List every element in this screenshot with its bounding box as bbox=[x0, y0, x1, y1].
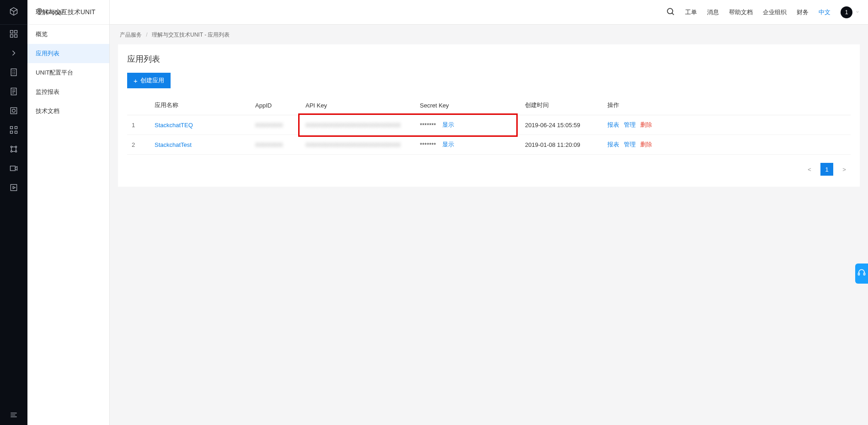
col-created: 创建时间 bbox=[520, 96, 603, 115]
logo[interactable] bbox=[0, 0, 27, 25]
user-menu[interactable]: 1 bbox=[841, 6, 860, 18]
rail-menu-bottom[interactable] bbox=[0, 406, 27, 425]
cube-logo-icon bbox=[9, 7, 18, 17]
rail-network[interactable] bbox=[0, 140, 27, 159]
sidebar-item-label: 概览 bbox=[36, 30, 48, 38]
topbar-link-docs[interactable]: 帮助文档 bbox=[729, 8, 753, 16]
grid-icon bbox=[9, 29, 18, 40]
network-icon bbox=[9, 145, 18, 155]
location-icon bbox=[36, 8, 43, 16]
created-at: 2019-06-24 15:05:59 bbox=[520, 115, 603, 135]
breadcrumb-sep: / bbox=[146, 32, 147, 38]
topbar-link-messages[interactable]: 消息 bbox=[707, 8, 719, 16]
right-pane: Global 工单 消息 帮助文档 企业组织 财务 中文 1 产品服务 / 理解… bbox=[110, 0, 868, 425]
breadcrumb-root[interactable]: 产品服务 bbox=[120, 32, 142, 38]
secret-mask: ******* bbox=[420, 122, 436, 129]
svg-point-7 bbox=[12, 109, 16, 112]
sidebar-item-tech-docs[interactable]: 技术文档 bbox=[27, 102, 109, 121]
app-table: 应用名称 AppID API Key Secret Key 创建时间 操作 1S… bbox=[127, 96, 851, 155]
play-icon bbox=[9, 183, 18, 194]
svg-rect-6 bbox=[11, 108, 16, 113]
action-manage[interactable]: 管理 bbox=[624, 121, 636, 128]
action-manage[interactable]: 管理 bbox=[624, 141, 636, 148]
content-area: 产品服务 / 理解与交互技术UNIT - 应用列表 应用列表 + 创建应用 应用… bbox=[110, 25, 868, 425]
pagination: < 1 > bbox=[127, 163, 851, 176]
region-label: Global bbox=[46, 9, 63, 16]
show-secret-button[interactable]: 显示 bbox=[442, 121, 454, 129]
document-icon bbox=[9, 87, 18, 97]
svg-point-13 bbox=[15, 146, 16, 147]
action-delete[interactable]: 删除 bbox=[640, 141, 652, 148]
rail-collapse[interactable] bbox=[0, 44, 27, 63]
rail-circle[interactable] bbox=[0, 102, 27, 121]
topbar-link-org[interactable]: 企业组织 bbox=[763, 8, 787, 16]
table-row: 1StackchatTEQXXXXXXXXXXXXXXXXXXXXXXXXXXX… bbox=[127, 115, 851, 135]
apps-icon bbox=[9, 125, 18, 136]
rail-apps[interactable] bbox=[0, 121, 27, 140]
sidebar-item-label: UNIT配置平台 bbox=[36, 69, 73, 77]
appid-value: XXXXXXX bbox=[255, 122, 283, 129]
col-apikey: API Key bbox=[301, 96, 415, 115]
rail-doc[interactable] bbox=[0, 82, 27, 102]
menu-icon bbox=[9, 410, 18, 421]
create-app-button[interactable]: + 创建应用 bbox=[127, 73, 171, 88]
apikey-value: XXXXXXXXXXXXXXXXXXXXXXXX bbox=[305, 122, 401, 129]
video-icon bbox=[9, 164, 18, 174]
help-float-button[interactable] bbox=[855, 264, 868, 284]
rail-play[interactable] bbox=[0, 178, 27, 198]
svg-point-14 bbox=[11, 151, 12, 152]
building-icon bbox=[9, 68, 18, 78]
svg-rect-0 bbox=[11, 30, 13, 33]
action-report[interactable]: 报表 bbox=[607, 141, 619, 148]
app-list-panel: 应用列表 + 创建应用 应用名称 AppID API Key Secret Ke… bbox=[118, 44, 860, 187]
panel-title: 应用列表 bbox=[127, 54, 851, 65]
page-next[interactable]: > bbox=[838, 163, 851, 176]
secret-mask: ******* bbox=[420, 141, 436, 148]
show-secret-button[interactable]: 显示 bbox=[442, 140, 454, 149]
row-index: 2 bbox=[127, 135, 150, 155]
sidebar-item-overview[interactable]: 概览 bbox=[27, 25, 109, 44]
row-index: 1 bbox=[127, 115, 150, 135]
svg-point-15 bbox=[15, 151, 16, 152]
action-delete[interactable]: 删除 bbox=[640, 121, 652, 128]
created-at: 2019-01-08 11:20:09 bbox=[520, 135, 603, 155]
app-name-link[interactable]: StackchatTest bbox=[155, 141, 192, 148]
rail-dashboard[interactable] bbox=[0, 25, 27, 44]
topbar-link-language[interactable]: 中文 bbox=[819, 8, 830, 16]
sidebar-item-unit-config[interactable]: UNIT配置平台 bbox=[27, 63, 109, 82]
svg-rect-11 bbox=[15, 131, 17, 133]
svg-rect-16 bbox=[11, 166, 16, 171]
plus-icon: + bbox=[134, 77, 138, 84]
app-name-link[interactable]: StackchatTEQ bbox=[155, 122, 193, 129]
action-report[interactable]: 报表 bbox=[607, 121, 619, 128]
sidebar-item-app-list[interactable]: 应用列表 bbox=[27, 44, 109, 63]
search-button[interactable] bbox=[666, 7, 675, 17]
region-picker[interactable]: Global bbox=[36, 8, 109, 16]
col-actions: 操作 bbox=[603, 96, 851, 115]
col-name: 应用名称 bbox=[150, 96, 251, 115]
svg-rect-4 bbox=[11, 69, 16, 75]
chevron-down-icon bbox=[855, 9, 860, 16]
sidebar: 理解与交互技术UNIT 概览 应用列表 UNIT配置平台 监控报表 技术文档 bbox=[27, 0, 110, 425]
page-prev[interactable]: < bbox=[803, 163, 816, 176]
breadcrumb-page: 理解与交互技术UNIT - 应用列表 bbox=[152, 32, 230, 38]
svg-rect-9 bbox=[15, 126, 17, 129]
rail-building[interactable] bbox=[0, 63, 27, 82]
svg-rect-8 bbox=[11, 126, 13, 129]
avatar: 1 bbox=[841, 6, 852, 18]
svg-point-12 bbox=[11, 146, 12, 147]
sidebar-item-monitor[interactable]: 监控报表 bbox=[27, 82, 109, 102]
apikey-value: XXXXXXXXXXXXXXXXXXXXXXXX bbox=[305, 141, 401, 148]
svg-point-18 bbox=[38, 10, 40, 12]
col-appid: AppID bbox=[251, 96, 301, 115]
headset-icon bbox=[857, 269, 866, 278]
topbar-link-tickets[interactable]: 工单 bbox=[685, 8, 697, 16]
rail-video[interactable] bbox=[0, 159, 27, 178]
appid-value: XXXXXXX bbox=[255, 141, 283, 148]
page-current[interactable]: 1 bbox=[820, 163, 833, 176]
topbar-link-finance[interactable]: 财务 bbox=[797, 8, 809, 16]
svg-point-19 bbox=[667, 8, 673, 14]
svg-rect-21 bbox=[864, 273, 865, 275]
chevron-down-icon bbox=[67, 9, 71, 16]
sidebar-item-label: 技术文档 bbox=[36, 107, 59, 115]
